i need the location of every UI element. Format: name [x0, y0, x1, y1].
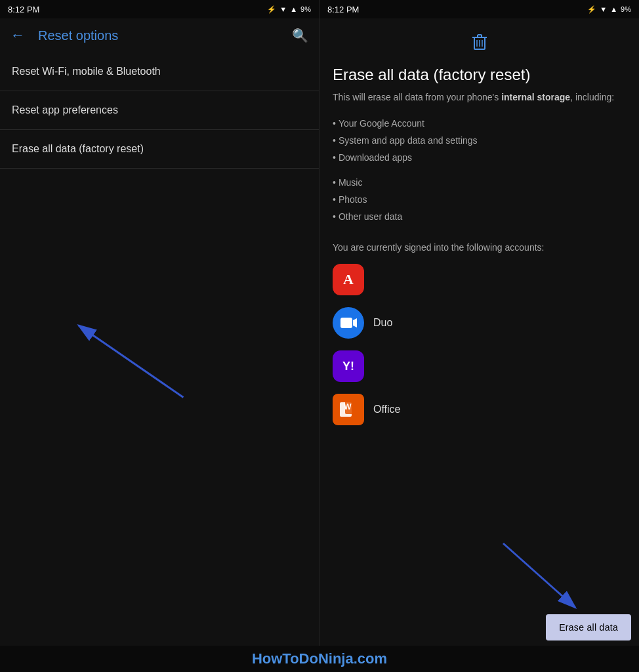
account-row-adobe: A	[333, 264, 626, 295]
right-time: 8:12 PM	[327, 5, 359, 14]
desc-start: This will erase all data from your phone…	[333, 92, 501, 102]
duo-icon	[333, 307, 364, 339]
menu-item-wifi[interactable]: Reset Wi-Fi, mobile & Bluetooth	[0, 52, 319, 91]
right-content: Erase all data (factory reset) This will…	[320, 18, 639, 609]
adobe-icon: A	[333, 264, 364, 295]
svg-rect-10	[340, 318, 352, 328]
desc-bold: internal storage	[501, 92, 570, 102]
erase-title: Erase all data (factory reset)	[333, 66, 626, 84]
right-battery-text: 9%	[621, 5, 631, 13]
erase-description: This will erase all data from your phone…	[333, 91, 626, 104]
data-item-photos: Photos	[333, 191, 626, 208]
right-status-bar: 8:12 PM ⚡ ▼ ▲ 9%	[320, 0, 639, 18]
office-label: Office	[373, 404, 401, 415]
back-button[interactable]: ←	[5, 24, 30, 47]
data-item-music: Music	[333, 174, 626, 191]
yahoo-icon: Y!	[333, 350, 364, 382]
bluetooth-icon: ⚡	[267, 5, 276, 14]
erase-all-button[interactable]: Erase all data	[546, 614, 631, 640]
svg-marker-11	[353, 318, 357, 327]
page-title: Reset options	[38, 28, 279, 43]
trash-icon	[468, 29, 491, 58]
left-panel: 8:12 PM ⚡ ▼ ▲ 9% ← Reset options 🔍 Reset…	[0, 0, 320, 646]
data-items-list: Your Google Account System and app data …	[333, 115, 626, 166]
account-row-yahoo: Y!	[333, 350, 626, 382]
signal-icon: ▲	[290, 5, 297, 13]
watermark-text: HowToDoNinja.com	[252, 650, 387, 667]
left-toolbar: ← Reset options 🔍	[0, 18, 319, 52]
battery-text: 9%	[300, 5, 311, 13]
data-item-system: System and app data and settings	[333, 132, 626, 149]
desc-end: , including:	[570, 92, 614, 102]
menu-item-app-prefs[interactable]: Reset app preferences	[0, 91, 319, 130]
right-panel: 8:12 PM ⚡ ▼ ▲ 9%	[320, 0, 639, 646]
menu-item-factory-reset[interactable]: Erase all data (factory reset)	[0, 130, 319, 169]
search-icon[interactable]: 🔍	[287, 25, 314, 46]
left-status-icons: ⚡ ▼ ▲ 9%	[267, 5, 311, 14]
duo-label: Duo	[373, 317, 392, 329]
wifi-icon: ▼	[279, 5, 287, 13]
data-item-google: Your Google Account	[333, 115, 626, 132]
data-item-apps: Downloaded apps	[333, 149, 626, 166]
account-row-office: W Office	[333, 394, 626, 425]
signed-in-text: You are currently signed into the follow…	[333, 241, 626, 255]
account-row-duo: Duo	[333, 307, 626, 339]
annotation-area	[0, 169, 319, 646]
right-wifi-icon: ▼	[600, 5, 607, 13]
right-signal-icon: ▲	[610, 5, 617, 13]
data-items-list-2: Music Photos Other user data	[333, 174, 626, 225]
data-item-userdata: Other user data	[333, 208, 626, 225]
right-bottom-area: Erase all data	[320, 609, 639, 646]
watermark: HowToDoNinja.com	[0, 646, 639, 672]
office-icon: W	[333, 394, 364, 425]
trash-icon-container	[333, 29, 626, 58]
svg-line-1	[79, 326, 184, 398]
left-time: 8:12 PM	[8, 5, 39, 14]
right-bluetooth-icon: ⚡	[587, 5, 596, 14]
right-status-icons: ⚡ ▼ ▲ 9%	[587, 5, 631, 14]
right-bottom-bar: Erase all data	[320, 609, 639, 646]
left-status-bar: 8:12 PM ⚡ ▼ ▲ 9%	[0, 0, 319, 18]
svg-text:W: W	[344, 402, 352, 411]
